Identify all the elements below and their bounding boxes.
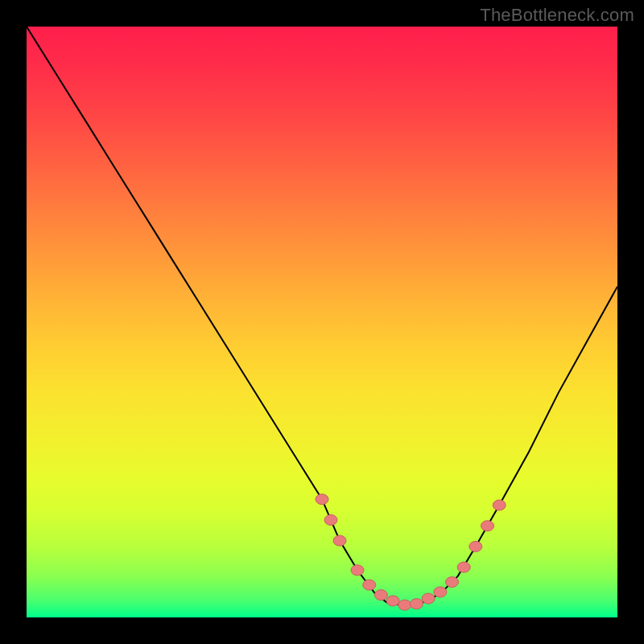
highlight-dot <box>469 541 482 551</box>
highlight-dot <box>457 562 470 572</box>
watermark-text: TheBottleneck.com <box>480 5 634 26</box>
highlight-dot <box>333 535 346 546</box>
highlight-dot <box>351 565 364 576</box>
highlight-dot <box>493 500 506 510</box>
highlight-dot <box>374 590 387 601</box>
highlight-dot <box>410 599 423 609</box>
highlight-dot <box>386 596 399 606</box>
chart-stage: TheBottleneck.com <box>0 0 644 644</box>
highlight-dot <box>363 580 376 590</box>
highlight-dot <box>446 577 459 588</box>
highlight-dot <box>316 494 328 505</box>
plot-area <box>27 27 617 617</box>
highlight-dot <box>422 593 435 604</box>
highlight-dot <box>324 514 337 525</box>
highlight-dots-group <box>316 494 506 610</box>
curve-layer <box>27 27 617 617</box>
highlight-dot <box>481 521 494 531</box>
bottleneck-curve <box>27 27 617 605</box>
highlight-dot <box>398 600 411 610</box>
highlight-dot <box>434 587 447 597</box>
